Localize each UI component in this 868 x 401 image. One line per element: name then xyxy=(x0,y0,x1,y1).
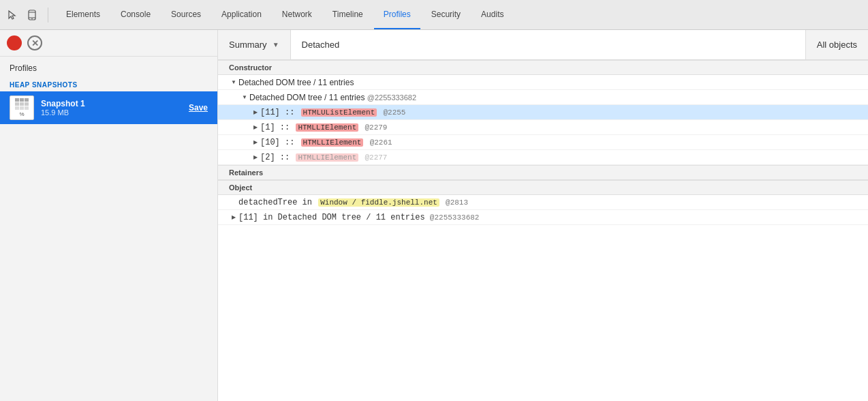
sidebar: ✕ Profiles HEAP SNAPSHOTS % xyxy=(0,30,218,401)
content-toolbar: Summary ▼ All objects xyxy=(218,30,868,60)
row-text: Detached DOM tree / 11 entries @22553336… xyxy=(249,93,416,102)
svg-point-3 xyxy=(31,18,33,19)
content-area: Summary ▼ All objects Constructor Detach… xyxy=(218,30,868,401)
row-text: [10] :: HTMLLIElement @2261 xyxy=(260,138,392,147)
snapshot-item[interactable]: % Snapshot 1 15.9 MB Save xyxy=(0,91,217,124)
tab-list: Elements Console Sources Application Net… xyxy=(57,0,513,29)
cursor-icon[interactable] xyxy=(5,8,20,23)
record-button[interactable] xyxy=(7,35,22,50)
summary-label: Summary xyxy=(229,40,267,50)
expand-icon[interactable] xyxy=(229,78,238,87)
table-row[interactable]: Detached DOM tree / 11 entries xyxy=(218,75,868,90)
table-row[interactable]: [11] in Detached DOM tree / 11 entries @… xyxy=(218,210,868,225)
table-row[interactable]: Detached DOM tree / 11 entries @22553336… xyxy=(218,90,868,105)
row-text: detachedTree in Window / fiddle.jshell.n… xyxy=(238,198,468,207)
top-bar: Elements Console Sources Application Net… xyxy=(0,0,868,30)
tab-audits[interactable]: Audits xyxy=(471,0,513,29)
table-row[interactable]: [11] :: HTMLUListElement @2255 xyxy=(218,105,868,120)
tab-elements[interactable]: Elements xyxy=(57,0,110,29)
table-row[interactable]: [10] :: HTMLLIElement @2261 xyxy=(218,135,868,150)
summary-dropdown[interactable]: Summary ▼ xyxy=(218,30,291,59)
sidebar-toolbar: ✕ xyxy=(0,30,217,57)
tab-profiles[interactable]: Profiles xyxy=(374,0,420,29)
snapshot-name: Snapshot 1 xyxy=(41,99,182,108)
row-text: [11] :: HTMLUListElement @2255 xyxy=(260,108,405,117)
expand-icon[interactable] xyxy=(251,138,260,147)
snapshot-size: 15.9 MB xyxy=(41,108,182,117)
devtools-icons xyxy=(5,8,48,23)
expand-icon[interactable] xyxy=(240,93,249,102)
row-text: Detached DOM tree / 11 entries xyxy=(238,78,354,87)
tab-timeline[interactable]: Timeline xyxy=(323,0,373,29)
retainers-section-header: Retainers xyxy=(218,165,868,180)
cancel-button[interactable]: ✕ xyxy=(27,35,42,50)
tab-network[interactable]: Network xyxy=(273,0,322,29)
row-text: [11] in Detached DOM tree / 11 entries @… xyxy=(238,213,479,222)
tab-sources[interactable]: Sources xyxy=(161,0,211,29)
table-row[interactable]: [2] :: HTMLLIElement @2277 xyxy=(218,150,868,165)
tab-application[interactable]: Application xyxy=(212,0,271,29)
snapshot-icon: % xyxy=(10,95,34,120)
table-row[interactable]: detachedTree in Window / fiddle.jshell.n… xyxy=(218,195,868,210)
expand-icon[interactable] xyxy=(251,153,260,162)
heap-snapshots-section-title: HEAP SNAPSHOTS xyxy=(0,76,217,91)
row-text: [2] :: HTMLLIElement @2277 xyxy=(260,153,387,162)
table-row[interactable]: [1] :: HTMLLIElement @2279 xyxy=(218,120,868,135)
expand-icon[interactable] xyxy=(229,213,238,222)
expand-icon[interactable] xyxy=(251,123,260,132)
expand-icon[interactable] xyxy=(251,108,260,117)
all-objects-button[interactable]: All objects xyxy=(806,30,868,59)
main-area: ✕ Profiles HEAP SNAPSHOTS % xyxy=(0,30,868,401)
save-button[interactable]: Save xyxy=(189,103,208,113)
mobile-icon[interactable] xyxy=(25,8,40,23)
constructor-section-header: Constructor xyxy=(218,60,868,75)
dropdown-arrow-icon: ▼ xyxy=(273,41,279,48)
row-text: [1] :: HTMLLIElement @2279 xyxy=(260,123,387,132)
snapshot-info: Snapshot 1 15.9 MB xyxy=(41,99,182,117)
tab-security[interactable]: Security xyxy=(422,0,470,29)
filter-input[interactable] xyxy=(291,30,806,59)
sidebar-title: Profiles xyxy=(0,57,217,76)
table-container[interactable]: Constructor Detached DOM tree / 11 entri… xyxy=(218,60,868,401)
object-section-header: Object xyxy=(218,180,868,195)
tab-console[interactable]: Console xyxy=(111,0,160,29)
